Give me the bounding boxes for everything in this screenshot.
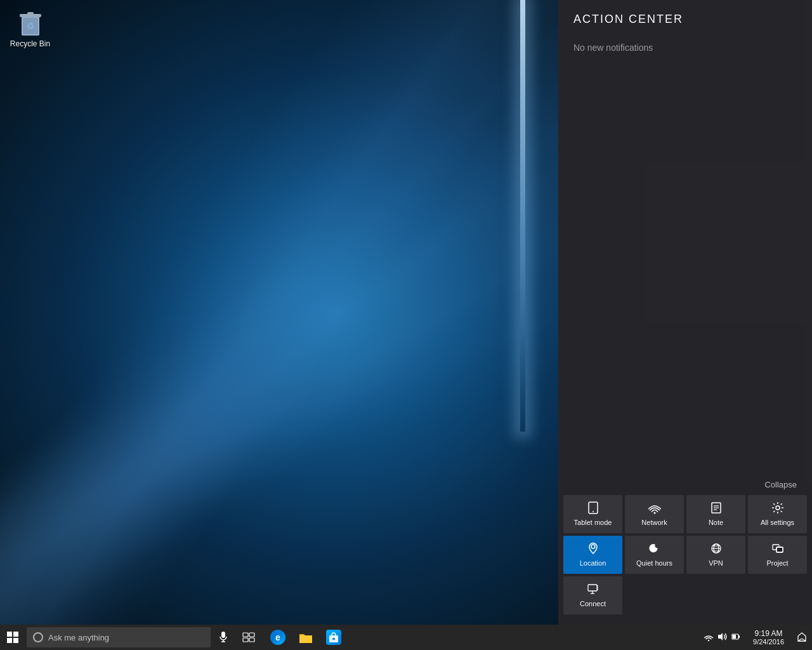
- notification-icon: [797, 632, 807, 642]
- mic-icon: [219, 631, 228, 644]
- action-center-panel: ACTION CENTER No new notifications Colla…: [558, 0, 812, 625]
- store-icon: [326, 630, 341, 645]
- desktop-rays: [0, 0, 558, 625]
- store-button[interactable]: [320, 625, 348, 650]
- system-tray: 9:19 AM 9/24/2016: [698, 625, 812, 650]
- action-center-button[interactable]: [792, 625, 812, 650]
- task-view-icon: [242, 632, 255, 642]
- notifications-area: No new notifications: [558, 32, 812, 474]
- systray-icons: [698, 632, 745, 643]
- tile-quiet-hours[interactable]: Quiet hours: [625, 536, 684, 574]
- tablet-mode-icon: [587, 501, 599, 516]
- svg-point-13: [776, 506, 780, 510]
- time-display: 9:19 AM: [755, 629, 783, 638]
- svg-rect-23: [588, 585, 597, 591]
- svg-rect-37: [332, 638, 335, 640]
- tile-all-settings[interactable]: All settings: [748, 495, 807, 533]
- search-icon: [33, 632, 43, 642]
- svg-rect-34: [243, 638, 248, 642]
- svg-rect-35: [249, 638, 254, 642]
- file-explorer-button[interactable]: [292, 625, 320, 650]
- svg-rect-29: [221, 632, 225, 638]
- svg-rect-33: [249, 633, 254, 637]
- windows-logo-icon: [7, 632, 18, 643]
- svg-rect-41: [738, 635, 740, 638]
- task-view-button[interactable]: [236, 625, 261, 650]
- svg-rect-32: [243, 633, 248, 637]
- location-icon: [587, 542, 599, 557]
- note-label: Note: [709, 519, 723, 526]
- tile-tablet-mode[interactable]: Tablet mode: [563, 495, 622, 533]
- svg-point-14: [591, 545, 595, 548]
- recycle-bin-icon[interactable]: ♻ Recycle Bin: [6, 6, 54, 48]
- svg-rect-21: [776, 547, 783, 552]
- svg-marker-39: [718, 633, 723, 640]
- tile-project[interactable]: Project: [748, 536, 807, 574]
- quick-actions-grid: Tablet mode Network Note: [558, 495, 812, 625]
- connect-icon: [587, 583, 599, 597]
- file-explorer-icon: [298, 630, 313, 644]
- recycle-bin-svg: ♻: [15, 6, 46, 37]
- all-settings-label: All settings: [761, 519, 794, 526]
- all-settings-icon: [771, 501, 784, 516]
- tile-note[interactable]: Note: [686, 495, 745, 533]
- recycle-bin-label: Recycle Bin: [10, 39, 50, 48]
- no-notifications-text: No new notifications: [573, 43, 797, 53]
- start-button[interactable]: [0, 625, 25, 650]
- quiet-hours-label: Quiet hours: [636, 559, 672, 567]
- action-center-header: ACTION CENTER: [558, 0, 812, 32]
- power-tray-icon[interactable]: [731, 632, 740, 643]
- svg-rect-42: [733, 635, 736, 639]
- collapse-button[interactable]: Collapse: [764, 480, 797, 489]
- project-icon: [771, 542, 784, 557]
- volume-icon: [717, 632, 728, 641]
- tile-vpn[interactable]: VPN: [686, 536, 745, 574]
- taskbar: Ask me anything e: [0, 625, 812, 650]
- clock[interactable]: 9:19 AM 9/24/2016: [745, 625, 792, 650]
- tablet-mode-label: Tablet mode: [574, 519, 612, 526]
- wifi-tray-icon: [704, 632, 714, 641]
- vpn-icon: [710, 542, 723, 557]
- quiet-hours-icon: [648, 542, 661, 557]
- tile-network[interactable]: Network: [625, 495, 684, 533]
- edge-icon: e: [270, 630, 285, 645]
- svg-point-7: [593, 511, 594, 512]
- microphone-button[interactable]: [211, 625, 236, 650]
- volume-tray-icon[interactable]: [717, 632, 728, 643]
- location-label: Location: [580, 559, 606, 567]
- svg-point-38: [708, 639, 709, 640]
- network-icon: [648, 501, 661, 516]
- vpn-label: VPN: [709, 559, 723, 567]
- search-placeholder-text: Ask me anything: [48, 633, 109, 642]
- svg-rect-3: [27, 12, 34, 15]
- svg-point-8: [653, 512, 655, 514]
- project-label: Project: [766, 559, 788, 567]
- note-icon: [710, 501, 723, 516]
- taskbar-apps: e: [264, 625, 348, 650]
- action-center-title: ACTION CENTER: [573, 13, 797, 26]
- collapse-area[interactable]: Collapse: [558, 474, 812, 495]
- date-display: 9/24/2016: [753, 638, 784, 646]
- connect-label: Connect: [580, 600, 606, 607]
- svg-rect-5: [22, 17, 39, 36]
- tile-location[interactable]: Location: [563, 536, 622, 574]
- tile-connect[interactable]: Connect: [563, 576, 622, 614]
- edge-app-button[interactable]: e: [264, 625, 292, 650]
- network-label: Network: [641, 519, 667, 526]
- network-tray-icon[interactable]: [704, 632, 714, 643]
- desktop: ♻ Recycle Bin: [0, 0, 558, 625]
- taskbar-search-bar[interactable]: Ask me anything: [27, 627, 211, 647]
- battery-icon: [731, 632, 740, 641]
